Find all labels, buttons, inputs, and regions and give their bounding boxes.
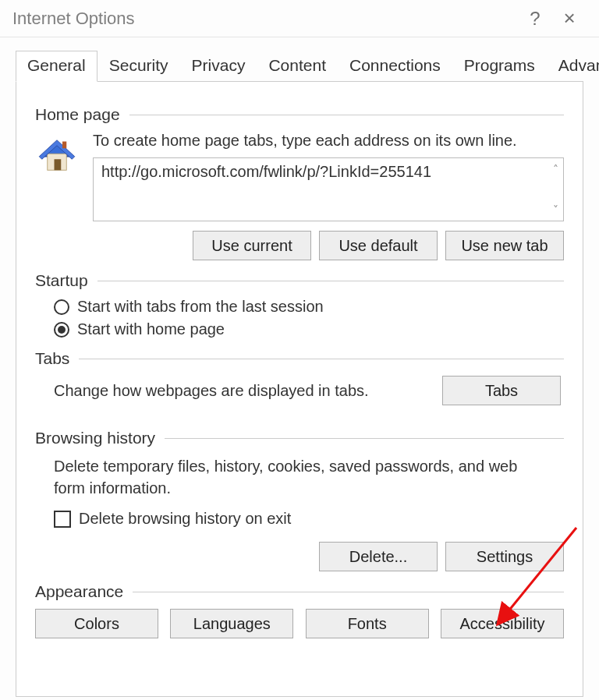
window-title: Internet Options [12, 9, 518, 29]
group-startup: Startup [35, 271, 564, 290]
divider [97, 281, 564, 281]
svg-rect-6 [62, 142, 66, 149]
fonts-button[interactable]: Fonts [306, 609, 429, 638]
group-appearance: Appearance [35, 582, 564, 601]
home-url-input[interactable]: http://go.microsoft.com/fwlink/p/?LinkId… [93, 157, 564, 221]
colors-button[interactable]: Colors [35, 609, 158, 638]
tab-content[interactable]: Content [257, 51, 338, 82]
group-home-page: Home page [35, 105, 564, 124]
home-icon [35, 133, 79, 177]
group-label-history: Browsing history [35, 429, 165, 447]
svg-rect-5 [55, 159, 62, 170]
home-description: To create home page tabs, type each addr… [93, 132, 564, 150]
scroll-up-icon[interactable]: ˄ [553, 163, 558, 175]
group-label-startup: Startup [35, 271, 97, 290]
group-label-appearance: Appearance [35, 582, 133, 601]
internet-options-window: Internet Options ? × General Security Pr… [0, 0, 599, 700]
tab-security[interactable]: Security [97, 51, 180, 82]
scroll-down-icon[interactable]: ˅ [553, 203, 558, 216]
divider [129, 115, 564, 115]
tabs-description: Change how webpages are displayed in tab… [54, 382, 369, 400]
appearance-buttons: Colors Languages Fonts Accessibility [35, 609, 564, 638]
divider [79, 359, 564, 359]
home-content: To create home page tabs, type each addr… [93, 132, 564, 221]
delete-button[interactable]: Delete... [319, 542, 438, 571]
tab-strip: General Security Privacy Content Connect… [0, 37, 599, 81]
home-buttons: Use current Use default Use new tab [35, 231, 564, 260]
radio-icon [54, 299, 69, 315]
languages-button[interactable]: Languages [170, 609, 293, 638]
titlebar: Internet Options ? × [0, 0, 599, 37]
divider [165, 438, 564, 439]
divider [133, 592, 564, 592]
accessibility-button[interactable]: Accessibility [441, 609, 564, 638]
tabs-button[interactable]: Tabs [442, 376, 561, 405]
tab-connections[interactable]: Connections [338, 51, 452, 82]
radio-label: Start with tabs from the last session [77, 298, 324, 316]
tab-privacy[interactable]: Privacy [180, 51, 257, 82]
use-new-tab-button[interactable]: Use new tab [445, 231, 564, 260]
history-buttons: Delete... Settings [35, 542, 564, 571]
general-panel: Home page To create home page tabs, type… [16, 81, 583, 697]
settings-button[interactable]: Settings [445, 542, 564, 571]
close-button[interactable]: × [552, 6, 587, 30]
tabs-section-row: Change how webpages are displayed in tab… [54, 376, 561, 405]
delete-on-exit-checkbox[interactable]: Delete browsing history on exit [54, 510, 564, 528]
group-label-tabs: Tabs [35, 349, 79, 368]
use-default-button[interactable]: Use default [319, 231, 438, 260]
home-url-value: http://go.microsoft.com/fwlink/p/?LinkId… [101, 163, 431, 180]
tab-advanced[interactable]: Advanced [547, 51, 599, 82]
tab-programs[interactable]: Programs [452, 51, 547, 82]
tab-general[interactable]: General [16, 51, 97, 82]
radio-last-session[interactable]: Start with tabs from the last session [54, 298, 564, 316]
home-page-row: To create home page tabs, type each addr… [35, 132, 564, 221]
radio-home-page[interactable]: Start with home page [54, 320, 564, 338]
group-tabs: Tabs [35, 349, 564, 368]
radio-label: Start with home page [77, 320, 225, 338]
checkbox-label: Delete browsing history on exit [79, 510, 291, 528]
group-browsing-history: Browsing history [35, 429, 564, 447]
history-description: Delete temporary files, history, cookies… [54, 455, 533, 499]
use-current-button[interactable]: Use current [193, 231, 311, 260]
checkbox-icon [54, 511, 71, 528]
help-button[interactable]: ? [518, 8, 552, 30]
group-label-home: Home page [35, 105, 129, 124]
radio-icon-checked [54, 322, 69, 338]
